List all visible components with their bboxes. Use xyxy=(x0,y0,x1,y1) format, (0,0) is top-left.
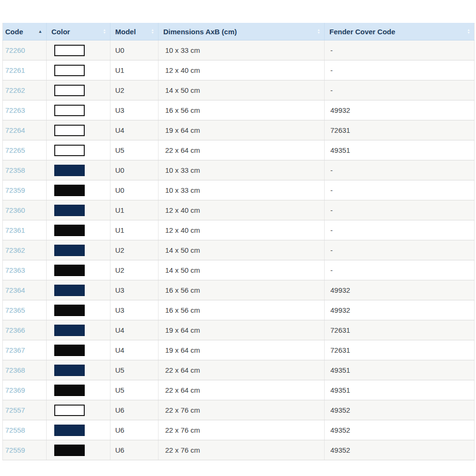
dimensions-cell: 12 x 40 cm xyxy=(165,206,200,214)
model-cell: U6 xyxy=(115,446,124,454)
table-row: 72366 U4 19 x 64 cm 72631 xyxy=(3,320,475,340)
dimensions-cell: 22 x 76 cm xyxy=(165,406,200,414)
color-swatch xyxy=(54,265,85,276)
dimensions-cell: 16 x 56 cm xyxy=(165,106,200,114)
table-row: 72265 U5 22 x 64 cm 49351 xyxy=(3,140,475,160)
table-row: 72559 U6 22 x 76 cm 49352 xyxy=(3,440,475,460)
dimensions-cell: 19 x 64 cm xyxy=(165,126,200,134)
fender-cover-code-cell: 49352 xyxy=(330,426,350,434)
sort-icon: ▲▼ xyxy=(467,29,470,34)
code-link[interactable]: 72362 xyxy=(5,246,25,254)
color-swatch xyxy=(54,305,85,316)
code-link[interactable]: 72360 xyxy=(5,206,25,214)
color-swatch xyxy=(54,85,85,96)
color-swatch xyxy=(54,185,85,196)
dimensions-cell: 22 x 64 cm xyxy=(165,366,200,374)
fender-cover-code-cell: 49932 xyxy=(330,106,350,114)
fender-cover-code-cell: 49932 xyxy=(330,306,350,314)
sort-icon: ▲▼ xyxy=(103,29,106,34)
code-link[interactable]: 72262 xyxy=(5,86,25,94)
column-header-fender-cover-code[interactable]: Fender Cover Code ▲▼ xyxy=(325,23,475,40)
column-header-color[interactable]: Color ▲▼ xyxy=(47,23,110,40)
column-header-code-label: Code xyxy=(5,28,23,36)
model-cell: U3 xyxy=(115,286,124,294)
code-link[interactable]: 72364 xyxy=(5,286,25,294)
code-link[interactable]: 72558 xyxy=(5,426,25,434)
code-link[interactable]: 72365 xyxy=(5,306,25,314)
model-cell: U4 xyxy=(115,326,124,334)
fender-cover-code-cell: 72631 xyxy=(330,326,350,334)
code-link[interactable]: 72368 xyxy=(5,366,25,374)
fender-cover-code-cell: - xyxy=(330,86,333,94)
color-swatch xyxy=(54,385,85,396)
column-header-code[interactable]: Code ▲ xyxy=(3,23,47,40)
fender-cover-code-cell: - xyxy=(330,226,333,234)
model-cell: U1 xyxy=(115,66,124,74)
code-link[interactable]: 72363 xyxy=(5,266,25,274)
code-link[interactable]: 72367 xyxy=(5,346,25,354)
dimensions-cell: 16 x 56 cm xyxy=(165,286,200,294)
page: Code ▲ Color ▲▼ Model xyxy=(0,0,476,476)
column-header-dimensions-label: Dimensions AxB (cm) xyxy=(163,28,237,36)
color-swatch xyxy=(54,245,85,256)
table-row: 72369 U5 22 x 64 cm 49351 xyxy=(3,380,475,400)
column-header-color-label: Color xyxy=(51,28,70,36)
table-row: 72558 U6 22 x 76 cm 49352 xyxy=(3,420,475,440)
code-link[interactable]: 72559 xyxy=(5,446,25,454)
column-header-dimensions[interactable]: Dimensions AxB (cm) ▲▼ xyxy=(159,23,325,40)
table-row: 72262 U2 14 x 50 cm - xyxy=(3,80,475,100)
dimensions-cell: 12 x 40 cm xyxy=(165,66,200,74)
code-link[interactable]: 72369 xyxy=(5,386,25,394)
fender-cover-code-cell: - xyxy=(330,206,333,214)
model-cell: U4 xyxy=(115,126,124,134)
dimensions-cell: 22 x 76 cm xyxy=(165,446,200,454)
color-swatch xyxy=(54,165,85,176)
table-row: 72363 U2 14 x 50 cm - xyxy=(3,260,475,280)
dimensions-cell: 10 x 33 cm xyxy=(165,166,200,174)
sort-icon: ▲▼ xyxy=(151,29,154,34)
code-link[interactable]: 72260 xyxy=(5,46,25,54)
color-swatch xyxy=(54,65,85,76)
dimensions-cell: 22 x 64 cm xyxy=(165,386,200,394)
model-cell: U4 xyxy=(115,346,124,354)
column-header-model-label: Model xyxy=(115,28,136,36)
model-cell: U0 xyxy=(115,186,124,194)
fender-cover-code-cell: - xyxy=(330,246,333,254)
model-cell: U1 xyxy=(115,206,124,214)
dimensions-cell: 12 x 40 cm xyxy=(165,226,200,234)
fender-cover-code-cell: - xyxy=(330,66,333,74)
dimensions-cell: 16 x 56 cm xyxy=(165,306,200,314)
dimensions-cell: 10 x 33 cm xyxy=(165,186,200,194)
color-swatch xyxy=(54,405,85,416)
code-link[interactable]: 72358 xyxy=(5,166,25,174)
table-row: 72362 U2 14 x 50 cm - xyxy=(3,240,475,260)
code-link[interactable]: 72265 xyxy=(5,146,25,154)
code-link[interactable]: 72366 xyxy=(5,326,25,334)
column-header-model[interactable]: Model ▲▼ xyxy=(110,23,159,40)
dimensions-cell: 19 x 64 cm xyxy=(165,326,200,334)
color-swatch xyxy=(54,325,85,336)
color-swatch xyxy=(54,425,85,436)
code-link[interactable]: 72263 xyxy=(5,106,25,114)
code-link[interactable]: 72557 xyxy=(5,406,25,414)
model-cell: U6 xyxy=(115,426,124,434)
model-cell: U2 xyxy=(115,266,124,274)
code-link[interactable]: 72359 xyxy=(5,186,25,194)
model-cell: U6 xyxy=(115,406,124,414)
fender-cover-code-cell: 72631 xyxy=(330,126,350,134)
fender-cover-code-cell: - xyxy=(330,46,333,54)
code-link[interactable]: 72261 xyxy=(5,66,25,74)
dimensions-cell: 22 x 76 cm xyxy=(165,426,200,434)
model-cell: U5 xyxy=(115,386,124,394)
table-row: 72361 U1 12 x 40 cm - xyxy=(3,220,475,240)
code-link[interactable]: 72264 xyxy=(5,126,25,134)
dimensions-cell: 22 x 64 cm xyxy=(165,146,200,154)
model-cell: U5 xyxy=(115,366,124,374)
fender-cover-code-cell: 49352 xyxy=(330,446,350,454)
fender-cover-code-cell: - xyxy=(330,166,333,174)
code-link[interactable]: 72361 xyxy=(5,226,25,234)
color-swatch xyxy=(54,345,85,356)
column-header-fender-cover-code-label: Fender Cover Code xyxy=(329,28,395,36)
table-row: 72260 U0 10 x 33 cm - xyxy=(3,40,475,60)
dimensions-cell: 19 x 64 cm xyxy=(165,346,200,354)
